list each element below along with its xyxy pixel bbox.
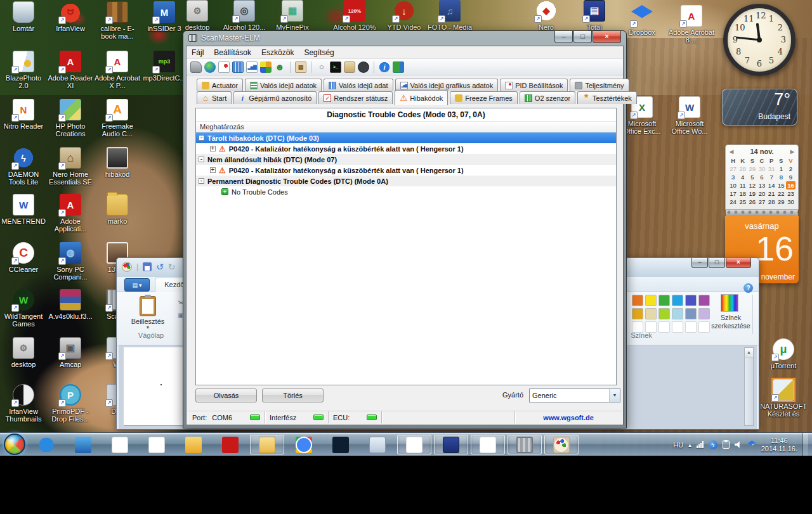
desktop-icon-utorrent[interactable]: ↗µTorrent xyxy=(760,338,807,369)
menu-item-3[interactable]: Segítség xyxy=(299,48,339,57)
tree-row[interactable]: +⚠P0420 - Katalizátor hatékonyság a küsz… xyxy=(196,165,616,176)
desktop-icon-total-commander[interactable]: ↗Total xyxy=(571,0,618,31)
color-swatch[interactable] xyxy=(632,308,643,319)
taskbar-explorer[interactable] xyxy=(250,435,284,454)
tree-row[interactable]: -Permanent Diagnostic Trouble Codes (DTC… xyxy=(196,176,616,186)
redo-icon[interactable]: ↻ xyxy=(168,262,176,271)
calendar-day[interactable]: 23 xyxy=(786,190,796,198)
tab-freeze-frames[interactable]: Freeze Frames xyxy=(450,91,518,104)
desktop-icon-naturasoft[interactable]: ↗NATURASOFT Készlet és Sz... xyxy=(760,379,807,418)
close-button[interactable]: × xyxy=(593,31,621,43)
desktop-icon-irfanview-thumbs[interactable]: ↗IrfanView Thumbnails xyxy=(0,384,47,423)
calendar-day[interactable]: 24 xyxy=(728,198,738,206)
magnifier-icon[interactable] xyxy=(316,61,327,73)
tree-row[interactable]: +No Trouble Codes xyxy=(196,186,616,197)
desktop-icon-winrar-file[interactable]: A.v4s0klu.f3... xyxy=(47,289,94,320)
tray-clock[interactable]: 11:46 2014.11.16. xyxy=(761,437,797,453)
desktop-icon-ytd[interactable]: ↗YTD Video xyxy=(381,0,428,31)
color-swatch[interactable] xyxy=(658,295,670,306)
color-swatch[interactable] xyxy=(672,295,683,306)
tray-volume-icon[interactable] xyxy=(735,441,743,448)
desktop-icon-adobe-reader[interactable]: ↗Adobe Reader XI xyxy=(47,51,94,89)
taskbar-outlook[interactable] xyxy=(175,433,212,456)
doc-icon[interactable] xyxy=(218,61,230,73)
calendar-day[interactable]: 28 xyxy=(767,198,776,206)
clipboard-icon[interactable] xyxy=(295,61,306,73)
help-icon[interactable]: ? xyxy=(743,283,753,293)
tray-network-icon[interactable] xyxy=(697,441,704,448)
desktop-icon-adobe-air[interactable]: ↗Adobe Applicati... xyxy=(47,194,94,233)
calendar-day[interactable]: 11 xyxy=(738,181,747,190)
calendar-day[interactable]: 8 xyxy=(776,173,786,181)
calendar-day[interactable]: 19 xyxy=(747,190,757,198)
tab-rendszer-st-tusz[interactable]: Rendszer státusz xyxy=(318,91,393,104)
taskbar-adobe-reader[interactable] xyxy=(212,433,249,456)
calendar-day[interactable]: 12 xyxy=(747,181,757,190)
calendar-day[interactable]: 18 xyxy=(738,190,747,198)
desktop-icon-myfinepix[interactable]: ↗MyFinePix xyxy=(269,0,316,31)
calendar-day[interactable]: 29 xyxy=(776,198,786,206)
desktop-icon-nero-home[interactable]: ↗Nero Home Essentials SE xyxy=(47,147,94,186)
read-button[interactable]: Olvasás xyxy=(195,389,257,402)
desktop-icon-primopdf[interactable]: ↗PrimoPDF - Drop Files... xyxy=(47,384,94,423)
calendar-day[interactable]: 15 xyxy=(776,181,786,190)
desktop-icon-blazephoto[interactable]: ↗BlazePhoto 2.0 xyxy=(0,51,47,89)
clear-button[interactable]: Törlés xyxy=(262,389,324,402)
taskbar-scanmaster[interactable] xyxy=(508,435,542,454)
expander-icon[interactable]: + xyxy=(210,146,216,151)
paint-close-button[interactable]: × xyxy=(726,258,751,268)
battery-icon[interactable] xyxy=(344,61,355,73)
menu-item-0[interactable]: Fájl xyxy=(187,48,209,57)
desktop-icon-ccleaner[interactable]: ↗CCleaner xyxy=(0,242,47,273)
expander-icon[interactable]: - xyxy=(199,178,204,184)
expander-icon[interactable]: - xyxy=(199,157,204,162)
calendar-day[interactable]: 14 xyxy=(767,181,776,190)
calendar-day[interactable]: 17 xyxy=(728,190,738,198)
calendar-day[interactable]: 30 xyxy=(757,165,766,173)
paint-menu-button[interactable]: ▤▾ xyxy=(124,278,150,292)
taskbar-photoshop[interactable] xyxy=(322,433,359,456)
language-indicator[interactable]: HU xyxy=(673,441,683,449)
tab-g-pj-rm-azonos-t[interactable]: Gépjármű azonosító xyxy=(233,91,317,104)
paint-minimize-button[interactable]: – xyxy=(691,258,708,268)
tree-row[interactable]: -Tárolt hibakódok (DTC) (Mode 03) xyxy=(196,132,616,143)
taskbar-nitro[interactable] xyxy=(397,435,431,454)
tab-o2-szenzor[interactable]: O2 szenzor xyxy=(520,91,575,104)
calendar-day[interactable]: 16 xyxy=(786,181,796,190)
calendar-day[interactable]: 9 xyxy=(786,173,796,181)
color-swatch[interactable] xyxy=(658,308,670,319)
tray-daemon-icon[interactable]: ϟ xyxy=(709,440,717,449)
calendar-day[interactable]: 27 xyxy=(728,165,738,173)
color-swatch[interactable] xyxy=(685,308,697,319)
show-desktop-button[interactable] xyxy=(802,433,808,456)
desktop-icon-calibre[interactable]: ↗calibre - E-book ma... xyxy=(94,1,141,40)
paint-scrollbar[interactable]: ▲ xyxy=(744,347,754,426)
calendar-day[interactable]: 5 xyxy=(747,173,757,181)
desktop-icon-freemake[interactable]: ↗Freemake Audio C... xyxy=(94,99,141,138)
minimize-button[interactable]: – xyxy=(554,31,573,43)
chevron-down-icon[interactable]: ▼ xyxy=(609,389,620,402)
manufacturer-combobox[interactable]: Generic ▼ xyxy=(529,389,620,402)
calendar-day[interactable]: 1 xyxy=(776,165,786,173)
menu-item-1[interactable]: Beállítások xyxy=(209,48,256,57)
desktop-icon-acrobat-8[interactable]: ↗Adobe Acrobat 8 ... xyxy=(668,5,715,44)
calendar-day[interactable]: 6 xyxy=(757,173,766,181)
taskbar-utorrent[interactable] xyxy=(471,435,505,454)
start-button[interactable] xyxy=(4,434,25,455)
save-icon[interactable] xyxy=(143,262,152,271)
desktop-icon-sony-pc[interactable]: ↗Sony PC Compani... xyxy=(47,242,94,281)
plug-icon[interactable] xyxy=(190,61,202,73)
calendar-day[interactable]: 13 xyxy=(757,181,766,190)
calendar-day[interactable]: 10 xyxy=(728,181,738,190)
color-swatch[interactable] xyxy=(632,295,643,306)
terminal-icon[interactable] xyxy=(330,61,341,73)
calendar-day[interactable]: 31 xyxy=(767,165,776,173)
calendar-day[interactable]: 3 xyxy=(728,173,738,181)
tab-val-s-idej-adatok[interactable]: Valós idejű adatok xyxy=(245,79,322,91)
desktop-icon-hp-photo[interactable]: ↗HP Photo Creations xyxy=(47,99,94,138)
info-icon[interactable] xyxy=(379,61,390,73)
color-swatch[interactable] xyxy=(645,295,657,306)
tab-start[interactable]: Start xyxy=(197,91,232,104)
desktop-icon-folder[interactable]: márkó xyxy=(94,194,141,225)
color-swatch[interactable] xyxy=(685,321,697,333)
